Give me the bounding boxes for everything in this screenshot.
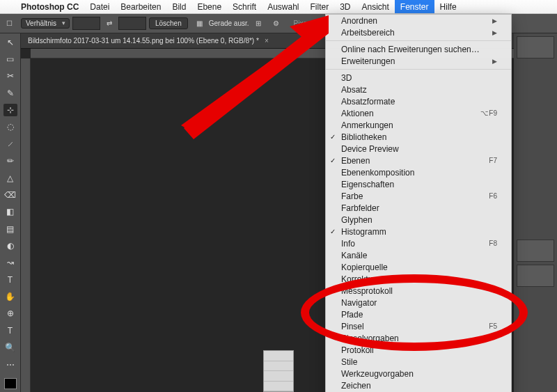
- menuitem-label: Absatz: [341, 85, 367, 95]
- tool-shape[interactable]: ⊕: [3, 308, 17, 320]
- mini-panel-3[interactable]: [517, 265, 554, 287]
- tool-move[interactable]: ↖: [3, 36, 17, 48]
- menuitem-navigator[interactable]: Navigator: [326, 297, 511, 308]
- menuitem-aktionen[interactable]: Aktionen⌥F9: [326, 107, 511, 119]
- menuitem-label: Messprotokoll: [341, 286, 393, 296]
- menuitem-werkzeugvorgaben[interactable]: Werkzeugvorgaben: [326, 368, 511, 379]
- menu-datei[interactable]: Datei: [84, 0, 115, 13]
- check-icon: ✓: [330, 157, 336, 164]
- menu-ebene[interactable]: Ebene: [191, 0, 227, 13]
- menuitem-online-nach-erweiterungen-suchen-[interactable]: Online nach Erweiterungen suchen…: [326, 43, 511, 55]
- menuitem-label: Pfade: [341, 310, 363, 320]
- menuitem-korrekturen[interactable]: Korrekturen: [326, 273, 511, 285]
- menuitem-farbfelder[interactable]: Farbfelder: [326, 202, 511, 214]
- menuitem-label: Bibliotheken: [341, 132, 386, 142]
- tool-gradient[interactable]: ◧: [3, 206, 17, 218]
- menuitem-pinsel[interactable]: PinselF5: [326, 320, 511, 332]
- menu-auswahl[interactable]: Auswahl: [262, 0, 304, 13]
- menu-ansicht[interactable]: Ansicht: [356, 0, 395, 13]
- tool-path[interactable]: ✋: [3, 290, 17, 302]
- menuitem-messprotokoll[interactable]: Messprotokoll: [326, 285, 511, 297]
- close-icon[interactable]: ×: [265, 37, 269, 45]
- menuitem-device-preview[interactable]: Device Preview: [326, 143, 511, 155]
- shortcut-label: ⌥F9: [480, 109, 497, 117]
- clear-button[interactable]: Löschen: [149, 17, 188, 29]
- tool-marquee[interactable]: ▭: [3, 53, 17, 65]
- gear-icon[interactable]: ⚙: [270, 17, 283, 30]
- menu-schrift[interactable]: Schrift: [227, 0, 262, 13]
- grid-icon[interactable]: ⊞: [252, 17, 265, 30]
- menuitem-kan-le[interactable]: Kanäle: [326, 249, 511, 261]
- submenu-icon: ▶: [492, 29, 497, 36]
- ruler-vertical[interactable]: [21, 58, 31, 392]
- menuitem-info[interactable]: InfoF8: [326, 237, 511, 249]
- tool-pen[interactable]: ↝: [3, 257, 17, 269]
- menuitem-farbe[interactable]: FarbeF6: [326, 190, 511, 202]
- menu-bild[interactable]: Bild: [166, 0, 191, 13]
- tool-hand[interactable]: T: [3, 324, 17, 336]
- menuitem-pinselvorgaben[interactable]: Pinselvorgaben: [326, 332, 511, 344]
- menu-3d[interactable]: 3D: [334, 0, 356, 13]
- ratio-width-input[interactable]: [72, 17, 100, 30]
- menuitem-absatzformate[interactable]: Absatzformate: [326, 95, 511, 107]
- menuitem-label: Farbfelder: [341, 203, 379, 213]
- straighten-icon[interactable]: ▦: [194, 17, 206, 30]
- menuitem-3d[interactable]: 3D: [326, 72, 511, 84]
- menu-hilfe[interactable]: Hilfe: [434, 0, 462, 13]
- menuitem-erweiterungen[interactable]: Erweiterungen▶: [326, 55, 511, 67]
- menuitem-label: Aktionen: [341, 109, 374, 118]
- menuitem-anordnen[interactable]: Anordnen▶: [326, 15, 511, 26]
- menuitem-ebenenkomposition[interactable]: Ebenenkomposition: [326, 166, 511, 178]
- menuitem-label: Ebenenkomposition: [341, 168, 414, 178]
- swap-icon[interactable]: ⇄: [103, 17, 116, 30]
- menuitem-absatz[interactable]: Absatz: [326, 84, 511, 95]
- mini-panel-2[interactable]: [517, 240, 554, 262]
- tool-more[interactable]: ⋯: [3, 359, 17, 370]
- ratio-dropdown[interactable]: Verhältnis: [21, 18, 70, 29]
- menuitem-label: Eigenschaften: [341, 180, 394, 189]
- menu-bearbeiten[interactable]: Bearbeiten: [115, 0, 166, 13]
- menuitem-label: Erweiterungen: [341, 56, 395, 66]
- menuitem-label: Protokoll: [341, 345, 374, 355]
- menu-fenster[interactable]: Fenster: [395, 0, 434, 13]
- shortcut-label: F8: [489, 240, 497, 247]
- crop-tool-icon[interactable]: ☐: [3, 17, 15, 30]
- menuitem-ebenen[interactable]: ✓EbenenF7: [326, 155, 511, 166]
- tool-zoom[interactable]: 🔍: [3, 341, 17, 353]
- menuitem-kopierquelle[interactable]: Kopierquelle: [326, 261, 511, 273]
- tool-heal[interactable]: ⟋: [3, 138, 17, 150]
- menuitem-label: Zeichen: [341, 381, 371, 391]
- tool-lasso[interactable]: ✂: [3, 70, 17, 82]
- menuitem-glyphen[interactable]: Glyphen: [326, 214, 511, 226]
- menuitem-stile[interactable]: Stile: [326, 356, 511, 368]
- menuitem-label: Histogramm: [341, 227, 386, 237]
- tool-brush[interactable]: ✏: [3, 155, 17, 167]
- tool-dodge[interactable]: ◐: [3, 240, 17, 251]
- menuitem-anmerkungen[interactable]: Anmerkungen: [326, 119, 511, 131]
- color-swatch[interactable]: [4, 378, 17, 389]
- menuitem-label: Farbe: [341, 191, 363, 201]
- menuitem-eigenschaften[interactable]: Eigenschaften: [326, 178, 511, 190]
- macos-menubar: Photoshop CC Datei Bearbeiten Bild Ebene…: [0, 0, 557, 14]
- menuitem-arbeitsbereich[interactable]: Arbeitsbereich▶: [326, 26, 511, 38]
- app-name[interactable]: Photoshop CC: [15, 2, 84, 12]
- tool-wand[interactable]: ✎: [3, 87, 17, 99]
- pixel-hint: Pixe: [294, 19, 307, 27]
- menuitem-label: Arbeitsbereich: [341, 28, 395, 38]
- tool-type[interactable]: T: [3, 274, 17, 285]
- tool-eyedropper[interactable]: ◌: [3, 121, 17, 133]
- ratio-height-input[interactable]: [118, 17, 146, 30]
- mini-panel-1[interactable]: [517, 36, 554, 58]
- tool-stamp[interactable]: △: [3, 172, 17, 184]
- tool-eraser[interactable]: ⌫: [3, 189, 17, 201]
- tool-blur[interactable]: ▤: [3, 223, 17, 235]
- menuitem-zeichen[interactable]: Zeichen: [326, 379, 511, 391]
- menu-filter[interactable]: Filter: [304, 0, 334, 13]
- menuitem-histogramm[interactable]: ✓Histogramm: [326, 226, 511, 237]
- menuitem-bibliotheken[interactable]: ✓Bibliotheken: [326, 131, 511, 143]
- menuitem-label: Info: [341, 239, 355, 249]
- tool-crop[interactable]: ⊹: [3, 104, 17, 116]
- menuitem-pfade[interactable]: Pfade: [326, 308, 511, 320]
- menuitem-protokoll[interactable]: Protokoll: [326, 344, 511, 356]
- menuitem-label: Pinsel: [341, 322, 364, 331]
